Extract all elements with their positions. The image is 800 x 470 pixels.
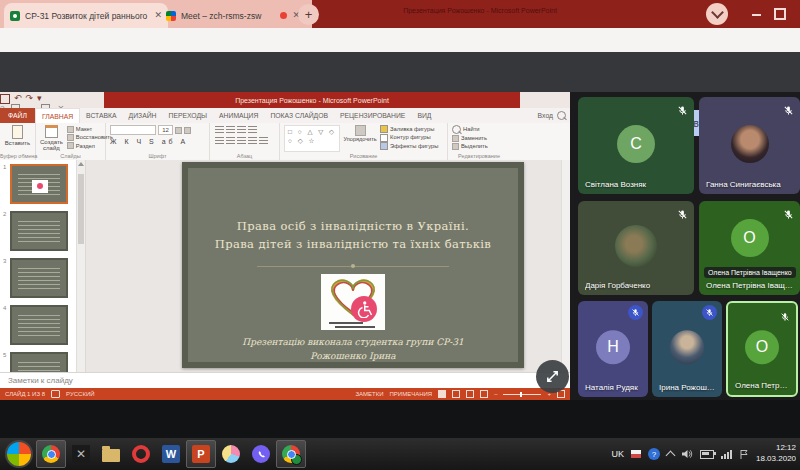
spellcheck-icon[interactable] — [51, 390, 60, 398]
taskbar-chrome-meet[interactable] — [276, 440, 306, 468]
align-center-icon[interactable] — [226, 137, 235, 144]
ribbon-tab-review[interactable]: РЕЦЕНЗИРОВАНИЕ — [334, 108, 411, 123]
taskbar-viber[interactable] — [246, 440, 276, 468]
participant-tile-iryna[interactable]: Ірина Рожош… — [652, 301, 722, 397]
comments-toggle[interactable]: ПРИМЕЧАНИЯ — [390, 391, 433, 397]
notes-toggle[interactable]: ЗАМЕТКИ — [355, 391, 383, 397]
slide-thumbnail-1[interactable]: 1 — [3, 164, 73, 204]
keyboard-language[interactable]: UK — [611, 449, 624, 459]
slide-thumbnail-5[interactable]: 5 — [3, 352, 73, 372]
slide-thumbnail-4[interactable]: 4 — [3, 305, 73, 345]
participant-tile-nataliia[interactable]: H Наталія Рудяк — [578, 301, 648, 397]
action-center-flag-icon[interactable] — [739, 449, 749, 460]
ribbon-tab-view[interactable]: ВИД — [411, 108, 437, 123]
slide-number: 5 — [3, 352, 8, 372]
normal-view-icon[interactable] — [438, 390, 446, 398]
grow-font-icon[interactable] — [175, 127, 182, 134]
start-button[interactable] — [5, 440, 33, 468]
network-signal-icon[interactable] — [721, 450, 732, 459]
indent-icon[interactable] — [237, 126, 246, 133]
ribbon-tab-file[interactable]: ФАЙЛ — [0, 108, 35, 123]
participant-tile-dariia[interactable]: Дарія Горбаченко — [578, 201, 694, 295]
thumbnail-image — [10, 211, 68, 251]
justify-icon[interactable] — [248, 137, 257, 144]
battery-icon[interactable] — [700, 450, 714, 459]
font-size-select[interactable]: 12 — [158, 125, 173, 135]
tab-classroom[interactable]: CP-31 Розвиток дітей раннього ✕ — [4, 3, 168, 28]
minimize-icon[interactable] — [752, 14, 761, 16]
search-icon[interactable] — [557, 111, 566, 120]
taskbar-word[interactable]: W — [156, 440, 186, 468]
taskbar-powerpoint[interactable]: P — [186, 440, 216, 468]
line-spacing-icon[interactable] — [248, 126, 257, 133]
columns-icon[interactable] — [259, 137, 268, 144]
taskbar-game[interactable] — [216, 440, 246, 468]
slide-thumbnail-2[interactable]: 2 — [3, 211, 73, 251]
ribbon-tab-insert[interactable]: ВСТАВКА — [80, 108, 122, 123]
save-icon[interactable] — [0, 94, 10, 104]
find-button[interactable]: Найти — [452, 125, 506, 134]
paragraph-row1 — [214, 125, 275, 134]
shape-effects-button[interactable]: Эффекты фигуры — [380, 142, 438, 150]
select-button[interactable]: Выделить — [452, 142, 506, 150]
align-left-icon[interactable] — [215, 137, 224, 144]
zoom-out-icon[interactable]: – — [494, 391, 497, 397]
reading-view-icon[interactable] — [466, 390, 474, 398]
bullet-list-icon[interactable] — [215, 126, 224, 133]
ribbon-tab-slideshow[interactable]: ПОКАЗ СЛАЙДОВ — [264, 108, 334, 123]
arrange-button[interactable]: Упорядочить — [345, 125, 375, 152]
align-right-icon[interactable] — [237, 137, 246, 144]
shapes-gallery[interactable]: □ ○ △ ▽ ◇ ○ ◇ ☆ — [284, 125, 340, 152]
language-flag-icon[interactable] — [631, 450, 641, 458]
font-name-select[interactable] — [110, 125, 156, 135]
show-hidden-icons-chevron[interactable] — [666, 450, 676, 460]
paste-button[interactable]: Вставить — [4, 125, 31, 147]
ribbon-tab-transitions[interactable]: ПЕРЕХОДЫ — [163, 108, 214, 123]
ribbon-tab-design[interactable]: ДИЗАЙН — [123, 108, 163, 123]
current-slide[interactable]: Права осіб з інвалідністю в Україні. Пра… — [182, 162, 524, 368]
thumbnail-scrollbar[interactable] — [76, 160, 85, 372]
shape-outline-icon — [380, 134, 388, 142]
qat-caret-icon[interactable]: ▾ — [37, 92, 42, 104]
scrollbar-thumb[interactable] — [78, 174, 84, 244]
participant-tile-hanna[interactable]: Ганна Синигаєвська — [699, 97, 800, 194]
participant-tile-olena-active[interactable]: O Олена Петр… — [726, 301, 798, 397]
new-slide-button[interactable]: Создать слайд — [40, 125, 63, 152]
tab-meet[interactable]: Meet – zch-rsms-zsw ✕ — [160, 3, 306, 28]
redo-icon[interactable]: ↷ — [26, 92, 34, 104]
help-tray-icon[interactable]: ? — [648, 448, 660, 460]
slide-notes-area[interactable]: Заметки к слайду — [0, 372, 570, 388]
sign-in-label[interactable]: Вход — [538, 112, 553, 119]
undo-icon[interactable]: ↶ — [14, 92, 22, 104]
slideshow-view-icon[interactable] — [480, 390, 488, 398]
zoom-slider[interactable] — [503, 394, 541, 395]
taskbar-clock[interactable]: 12:12 18.03.2020 — [756, 443, 796, 465]
zoom-slider-knob[interactable] — [520, 392, 522, 397]
accessibility-badge — [351, 296, 377, 322]
ribbon-tab-home[interactable]: ГЛАВНАЯ — [35, 108, 80, 123]
participant-tile-olena[interactable]: O Олена Петрівна Іващенко Олена Петрівна… — [699, 201, 800, 295]
language-indicator[interactable]: РУССКИЙ — [66, 391, 94, 397]
sign-in-area[interactable]: Вход — [538, 108, 570, 123]
replace-button[interactable]: Заменить — [452, 134, 506, 142]
shape-outline-button[interactable]: Контур фигуры — [380, 133, 438, 141]
scroll-up-icon[interactable] — [78, 162, 84, 166]
new-tab-button[interactable]: + — [298, 4, 319, 25]
slide-thumbnail-3[interactable]: 3 — [3, 258, 73, 298]
taskbar-kmplayer[interactable]: ✕ — [66, 440, 96, 468]
volume-icon[interactable] — [681, 449, 693, 459]
shape-fill-button[interactable]: Заливка фигуры — [380, 125, 438, 133]
ribbon-tab-animations[interactable]: АНИМАЦИЯ — [213, 108, 264, 123]
taskbar-opera[interactable] — [126, 440, 156, 468]
chevron-down-button[interactable] — [706, 3, 728, 25]
number-list-icon[interactable] — [226, 126, 235, 133]
font-style-buttons[interactable]: Ж К Ч S аб А — [110, 138, 205, 145]
participant-tile-svitlana[interactable]: C Світлана Возняк — [578, 97, 694, 194]
taskbar-chrome[interactable] — [36, 440, 66, 468]
restore-icon[interactable] — [774, 8, 786, 20]
slide-sorter-view-icon[interactable] — [452, 390, 460, 398]
canvas-scrollbar[interactable] — [561, 160, 570, 372]
shrink-font-icon[interactable] — [184, 127, 191, 134]
taskbar-explorer[interactable] — [96, 440, 126, 468]
expand-presentation-button[interactable] — [536, 360, 569, 393]
